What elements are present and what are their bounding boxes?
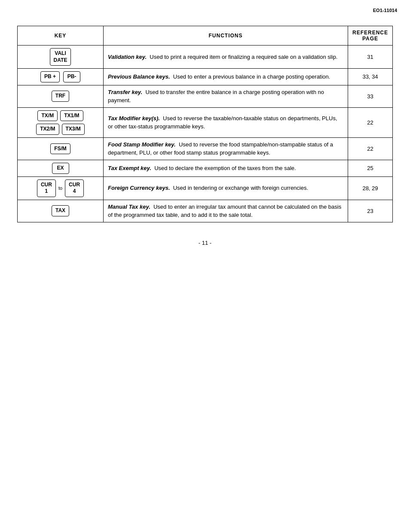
key-cell-ex: EX — [18, 160, 104, 176]
header-functions: FUNCTIONS — [104, 26, 348, 46]
key-cell-trf: TRF — [18, 85, 104, 107]
func-text-tx: Tax Modifier key(s). Used to reverse the… — [108, 115, 337, 130]
func-text-fsm: Food Stamp Modifier key. Used to reverse… — [108, 141, 333, 156]
func-text-validate: Validation key. Used to print a required… — [108, 54, 337, 60]
table-row: VALIDATE Validation key. Used to print a… — [18, 46, 393, 69]
key-pb-plus: PB + — [40, 71, 60, 82]
ref-cell-trf: 33 — [348, 85, 392, 107]
func-cell-fsm: Food Stamp Modifier key. Used to reverse… — [104, 137, 348, 160]
table-row: CUR1 to CUR4 Foreign Currency keys. Used… — [18, 176, 393, 200]
key-cell-tx: TX/M TX1/M TX2/M TX3/M — [18, 107, 104, 137]
table-row: PB + PB- Previous Balance keys. Used to … — [18, 69, 393, 85]
key-tax: TAX — [52, 205, 69, 216]
ref-cell-ex: 25 — [348, 160, 392, 176]
key-fsm: FS/M — [50, 143, 70, 155]
table-row: EX Tax Exempt key. Used to declare the e… — [18, 160, 393, 176]
func-cell-trf: Transfer key. Used to transfer the entir… — [104, 85, 348, 107]
ref-cell-validate: 31 — [348, 46, 392, 69]
func-cell-pb: Previous Balance keys. Used to enter a p… — [104, 69, 348, 85]
ref-cell-tx: 22 — [348, 107, 392, 137]
header-reference: REFERENCE PAGE — [348, 26, 392, 46]
func-text-ex: Tax Exempt key. Used to declare the exem… — [108, 165, 296, 171]
key-cell-fsm: FS/M — [18, 137, 104, 160]
func-cell-tx: Tax Modifier key(s). Used to reverse the… — [104, 107, 348, 137]
table-row: TRF Transfer key. Used to transfer the e… — [18, 85, 393, 107]
func-text-cur: Foreign Currency keys. Used in tendering… — [108, 185, 308, 191]
table-row: TAX Manual Tax key. Used to enter an irr… — [18, 200, 393, 222]
func-text-trf: Transfer key. Used to transfer the entir… — [108, 89, 324, 104]
table-row: TX/M TX1/M TX2/M TX3/M Tax Modifier key(… — [18, 107, 393, 137]
key-cur1: CUR1 — [37, 179, 56, 197]
page-id: EO1-11014 — [373, 8, 397, 13]
key-cell-tax: TAX — [18, 200, 104, 222]
ref-cell-pb: 33, 34 — [348, 69, 392, 85]
key-txm: TX/M — [37, 110, 58, 122]
ref-cell-cur: 28, 29 — [348, 176, 392, 200]
page-number: - 11 - — [0, 240, 410, 246]
key-trf: TRF — [52, 91, 69, 102]
func-text-tax: Manual Tax key. Used to enter an irregul… — [108, 204, 341, 219]
key-tx3m: TX3/M — [62, 124, 85, 135]
key-tx2m: TX2/M — [36, 124, 59, 135]
key-cur4: CUR4 — [65, 179, 84, 197]
func-cell-cur: Foreign Currency keys. Used in tendering… — [104, 176, 348, 200]
func-cell-validate: Validation key. Used to print a required… — [104, 46, 348, 69]
key-cell-pb: PB + PB- — [18, 69, 104, 85]
table-row: FS/M Food Stamp Modifier key. Used to re… — [18, 137, 393, 160]
key-validate: VALIDATE — [50, 48, 71, 66]
key-pb-minus: PB- — [63, 71, 80, 82]
func-cell-tax: Manual Tax key. Used to enter an irregul… — [104, 200, 348, 222]
key-cell-cur: CUR1 to CUR4 — [18, 176, 104, 200]
func-cell-ex: Tax Exempt key. Used to declare the exem… — [104, 160, 348, 176]
ref-cell-fsm: 22 — [348, 137, 392, 160]
reference-table: KEY FUNCTIONS REFERENCE PAGE VALIDATE Va… — [17, 26, 393, 222]
header-key: KEY — [18, 26, 104, 46]
key-ex: EX — [52, 163, 69, 174]
func-text-pb: Previous Balance keys. Used to enter a p… — [108, 73, 330, 80]
key-tx1m: TX1/M — [60, 110, 83, 122]
key-cell-validate: VALIDATE — [18, 46, 104, 69]
ref-cell-tax: 23 — [348, 200, 392, 222]
to-text: to — [58, 185, 62, 191]
